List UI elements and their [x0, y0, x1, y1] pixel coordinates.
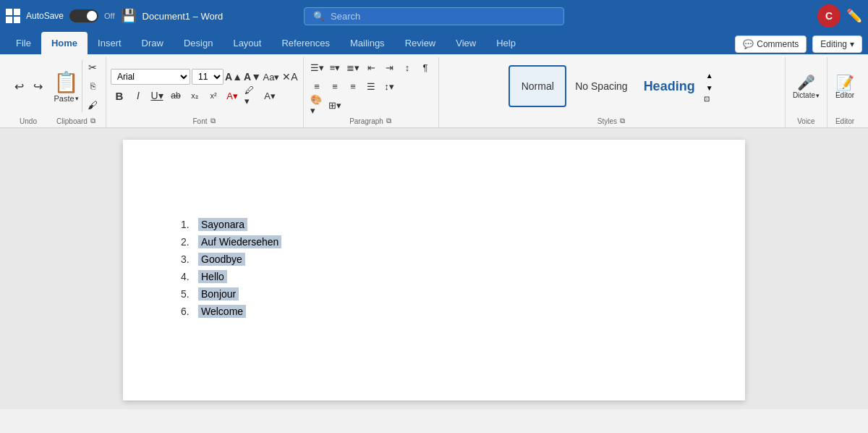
- align-left-button[interactable]: ≡: [308, 77, 326, 95]
- paragraph-controls: ☰▾ ≡▾ ≣▾ ⇤ ⇥ ↕ ¶ ≡ ≡ ≡ ☰ ↕▾ 🎨▾ ⊞▾: [308, 57, 434, 115]
- font-expander-icon[interactable]: ⧉: [209, 117, 217, 125]
- style-nospacing-preview: No Spacing: [575, 80, 627, 92]
- tab-design[interactable]: Design: [174, 32, 223, 54]
- clear-formatting-button[interactable]: ✕A: [281, 68, 299, 85]
- justify-button[interactable]: ☰: [362, 77, 380, 95]
- para-row3: 🎨▾ ⊞▾: [308, 96, 434, 114]
- shading-button[interactable]: 🎨▾: [308, 96, 326, 114]
- font-row2: B I U▾ ab x₂ x² A▾ 🖊▾ A▾: [111, 87, 299, 104]
- font-size-select[interactable]: 11: [192, 69, 224, 85]
- document-area: 1. Sayonara 2. Auf Wiedersehen 3. Goodby…: [0, 128, 868, 409]
- copy-button[interactable]: ⎘: [84, 77, 101, 95]
- tab-file[interactable]: File: [6, 32, 41, 54]
- styles-gallery: Normal No Spacing Heading: [509, 65, 702, 107]
- tab-home[interactable]: Home: [41, 32, 88, 54]
- ribbon: ↩ ↪ Undo 📋 Paste ▾ ✂ ⎘ 🖌 Clipboard: [0, 54, 868, 128]
- title-bar-left: AutoSave Off 💾 Document1 – Word: [6, 8, 298, 24]
- align-right-button[interactable]: ≡: [344, 77, 362, 95]
- format-painter-button[interactable]: 🖌: [84, 96, 101, 114]
- autosave-off-label: Off: [104, 12, 114, 20]
- tab-mailings[interactable]: Mailings: [340, 32, 395, 54]
- comments-icon: 💬: [743, 39, 754, 49]
- paragraph-expander-icon[interactable]: ⧉: [385, 117, 393, 125]
- underline-button[interactable]: U▾: [148, 87, 166, 104]
- styles-controls: Normal No Spacing Heading ▲ ▼ ⊡: [509, 57, 715, 115]
- paste-label-row: Paste ▾: [54, 94, 78, 103]
- tab-layout[interactable]: Layout: [223, 32, 271, 54]
- italic-button[interactable]: I: [129, 87, 147, 104]
- tab-view[interactable]: View: [446, 32, 486, 54]
- ribbon-group-undo: ↩ ↪ Undo: [6, 57, 48, 127]
- title-bar: AutoSave Off 💾 Document1 – Word 🔍 Search…: [0, 0, 868, 32]
- tab-help[interactable]: Help: [486, 32, 526, 54]
- document-list: 1. Sayonara 2. Auf Wiedersehen 3. Goodby…: [181, 218, 687, 318]
- editing-chevron-icon: ▾: [850, 39, 854, 49]
- editor-button[interactable]: 📝 Editor: [832, 72, 858, 101]
- editor-controls: 📝 Editor: [832, 57, 858, 116]
- borders-button[interactable]: ⊞▾: [326, 96, 344, 114]
- comments-button[interactable]: 💬 Comments: [735, 35, 807, 53]
- search-box[interactable]: 🔍 Search: [304, 7, 564, 25]
- editing-button[interactable]: Editing ▾: [812, 35, 862, 53]
- show-marks-button[interactable]: ¶: [417, 59, 434, 76]
- ribbon-group-clipboard: 📋 Paste ▾ ✂ ⎘ 🖌 Clipboard ⧉: [48, 57, 106, 127]
- clipboard-group-label: Clipboard ⧉: [56, 115, 97, 127]
- cut-button[interactable]: ✂: [84, 59, 101, 76]
- font-name-select[interactable]: Arial: [111, 69, 190, 85]
- list-item: 5. Bonjour: [181, 287, 687, 300]
- increase-font-size-button[interactable]: A▲: [225, 68, 242, 85]
- align-center-button[interactable]: ≡: [326, 77, 344, 95]
- ribbon-group-paragraph: ☰▾ ≡▾ ≣▾ ⇤ ⇥ ↕ ¶ ≡ ≡ ≡ ☰ ↕▾ 🎨▾ ⊞▾: [304, 57, 439, 127]
- style-nospacing[interactable]: No Spacing: [568, 65, 634, 107]
- styles-expand-button[interactable]: ⊡: [704, 95, 715, 103]
- styles-scroll-up-button[interactable]: ▲: [704, 70, 715, 82]
- style-normal[interactable]: Normal: [509, 65, 566, 107]
- tab-review[interactable]: Review: [395, 32, 446, 54]
- font-color-button[interactable]: A▾: [224, 87, 241, 104]
- para-row1: ☰▾ ≡▾ ≣▾ ⇤ ⇥ ↕ ¶: [308, 59, 434, 76]
- windows-icon[interactable]: [6, 9, 20, 23]
- undo-group-label: Undo: [20, 116, 37, 127]
- font-row1: Arial 11 A▲ A▼ Aa▾ ✕A: [111, 68, 299, 85]
- editing-label: Editing: [820, 39, 847, 49]
- strikethrough-button[interactable]: ab: [167, 87, 184, 104]
- redo-button[interactable]: ↪: [29, 78, 46, 96]
- increase-indent-button[interactable]: ⇥: [380, 59, 398, 76]
- style-heading1-preview: Heading: [644, 79, 695, 94]
- decrease-indent-button[interactable]: ⇤: [362, 59, 380, 76]
- clipboard-expander-icon[interactable]: ⧉: [89, 117, 97, 125]
- save-icon[interactable]: 💾: [121, 8, 137, 24]
- autosave-toggle[interactable]: [69, 9, 98, 22]
- sort-button[interactable]: ↕: [399, 59, 416, 76]
- voice-group-label: Voice: [797, 116, 814, 127]
- comments-label: Comments: [757, 39, 799, 49]
- paste-button[interactable]: 📋 Paste ▾: [52, 69, 80, 104]
- tab-insert[interactable]: Insert: [88, 32, 132, 54]
- multilevel-list-button[interactable]: ≣▾: [344, 59, 362, 76]
- decrease-font-size-button[interactable]: A▼: [244, 68, 261, 85]
- style-heading1[interactable]: Heading: [637, 65, 702, 107]
- title-bar-right: C ✏️: [570, 4, 862, 28]
- ribbon-group-voice: 🎤 Dictate ▾ Voice: [786, 57, 827, 127]
- styles-scroll-controls: ▲ ▼ ⊡: [704, 70, 715, 103]
- bold-button[interactable]: B: [111, 87, 128, 104]
- change-case-button[interactable]: Aa▾: [263, 68, 280, 85]
- line-spacing-button[interactable]: ↕▾: [380, 77, 398, 95]
- styles-expander-icon[interactable]: ⧉: [618, 117, 626, 125]
- styles-scroll-down-button[interactable]: ▼: [704, 83, 715, 94]
- bullets-button[interactable]: ☰▾: [308, 59, 326, 76]
- pen-icon: ✏️: [846, 8, 862, 24]
- highlight-color-button[interactable]: 🖊▾: [242, 87, 260, 104]
- text-effects-button[interactable]: A▾: [261, 87, 278, 104]
- ribbon-group-styles: Normal No Spacing Heading ▲ ▼ ⊡ Styles ⧉: [439, 57, 786, 127]
- superscript-button[interactable]: x²: [205, 87, 222, 104]
- list-item: 2. Auf Wiedersehen: [181, 235, 687, 248]
- user-avatar[interactable]: C: [817, 4, 841, 28]
- tab-references[interactable]: References: [271, 32, 339, 54]
- tab-draw[interactable]: Draw: [132, 32, 174, 54]
- dictate-button[interactable]: 🎤 Dictate ▾: [790, 72, 822, 101]
- document-page[interactable]: 1. Sayonara 2. Auf Wiedersehen 3. Goodby…: [123, 140, 745, 400]
- numbering-button[interactable]: ≡▾: [326, 59, 344, 76]
- subscript-button[interactable]: x₂: [186, 87, 203, 104]
- undo-button[interactable]: ↩: [10, 78, 27, 96]
